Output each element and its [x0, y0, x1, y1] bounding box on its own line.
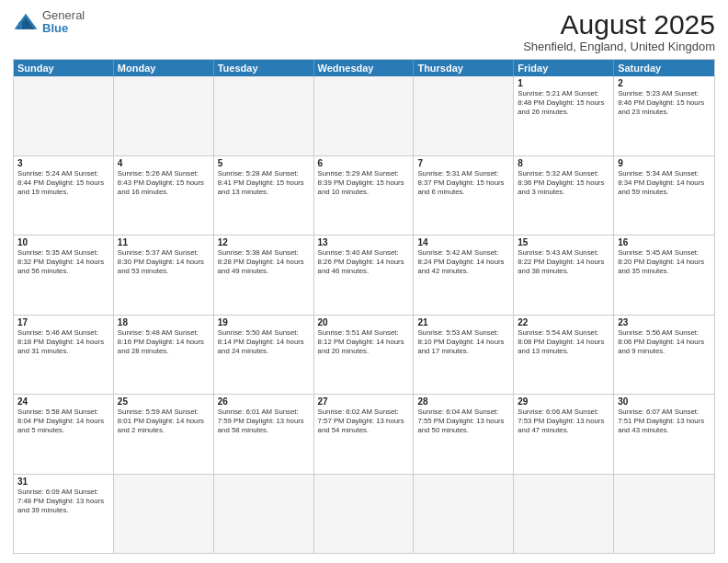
day-info: Sunrise: 5:50 AM Sunset: 8:14 PM Dayligh… — [218, 328, 310, 356]
day-cell-empty — [614, 475, 714, 554]
day-info: Sunrise: 5:26 AM Sunset: 8:43 PM Dayligh… — [118, 169, 210, 197]
day-cell-27: 27Sunrise: 6:02 AM Sunset: 7:57 PM Dayli… — [314, 395, 415, 474]
day-info: Sunrise: 5:54 AM Sunset: 8:08 PM Dayligh… — [518, 328, 609, 356]
day-number: 10 — [17, 237, 109, 247]
page: General Blue August 2025 Shenfield, Engl… — [0, 0, 728, 563]
day-info: Sunrise: 5:58 AM Sunset: 8:04 PM Dayligh… — [17, 408, 109, 435]
day-number: 29 — [518, 396, 609, 407]
day-number: 15 — [518, 237, 609, 247]
day-cell-29: 29Sunrise: 6:06 AM Sunset: 7:53 PM Dayli… — [514, 395, 614, 474]
logo-icon — [13, 12, 39, 32]
day-cell-17: 17Sunrise: 5:46 AM Sunset: 8:18 PM Dayli… — [14, 316, 114, 395]
day-number: 7 — [417, 158, 509, 168]
weekday-header-monday: Monday — [114, 60, 214, 76]
day-info: Sunrise: 5:31 AM Sunset: 8:37 PM Dayligh… — [417, 169, 509, 197]
day-cell-empty — [414, 475, 514, 554]
day-number: 25 — [118, 396, 210, 407]
day-cell-15: 15Sunrise: 5:43 AM Sunset: 8:22 PM Dayli… — [514, 236, 614, 315]
calendar-header: SundayMondayTuesdayWednesdayThursdayFrid… — [14, 60, 714, 76]
day-cell-empty — [214, 475, 314, 554]
day-number: 26 — [218, 396, 310, 407]
calendar-week-4: 17Sunrise: 5:46 AM Sunset: 8:18 PM Dayli… — [14, 316, 714, 396]
day-number: 4 — [118, 158, 210, 168]
day-cell-5: 5Sunrise: 5:28 AM Sunset: 8:41 PM Daylig… — [214, 156, 314, 236]
day-info: Sunrise: 5:28 AM Sunset: 8:41 PM Dayligh… — [218, 169, 310, 197]
day-number: 12 — [218, 237, 310, 247]
weekday-header-tuesday: Tuesday — [214, 60, 314, 76]
day-cell-21: 21Sunrise: 5:53 AM Sunset: 8:10 PM Dayli… — [414, 316, 514, 395]
day-info: Sunrise: 5:37 AM Sunset: 8:30 PM Dayligh… — [118, 248, 210, 276]
day-info: Sunrise: 6:09 AM Sunset: 7:48 PM Dayligh… — [17, 488, 109, 515]
day-cell-empty — [114, 76, 214, 155]
day-number: 5 — [218, 158, 310, 168]
day-info: Sunrise: 5:40 AM Sunset: 8:26 PM Dayligh… — [318, 248, 410, 276]
calendar-body: 1Sunrise: 5:21 AM Sunset: 8:48 PM Daylig… — [14, 76, 714, 553]
day-info: Sunrise: 5:29 AM Sunset: 8:39 PM Dayligh… — [318, 169, 410, 197]
day-cell-2: 2Sunrise: 5:23 AM Sunset: 8:46 PM Daylig… — [614, 76, 714, 155]
day-number: 6 — [318, 158, 410, 168]
day-number: 11 — [118, 237, 210, 247]
day-info: Sunrise: 6:01 AM Sunset: 7:59 PM Dayligh… — [218, 408, 310, 435]
day-info: Sunrise: 5:21 AM Sunset: 8:48 PM Dayligh… — [518, 89, 609, 117]
day-info: Sunrise: 5:35 AM Sunset: 8:32 PM Dayligh… — [17, 248, 109, 276]
day-number: 31 — [17, 477, 109, 487]
day-cell-26: 26Sunrise: 6:01 AM Sunset: 7:59 PM Dayli… — [214, 395, 314, 474]
weekday-header-saturday: Saturday — [614, 60, 714, 76]
day-cell-11: 11Sunrise: 5:37 AM Sunset: 8:30 PM Dayli… — [114, 236, 214, 315]
day-info: Sunrise: 5:59 AM Sunset: 8:01 PM Dayligh… — [118, 408, 210, 435]
calendar-week-1: 1Sunrise: 5:21 AM Sunset: 8:48 PM Daylig… — [14, 76, 714, 156]
day-info: Sunrise: 5:43 AM Sunset: 8:22 PM Dayligh… — [518, 248, 609, 276]
calendar-week-3: 10Sunrise: 5:35 AM Sunset: 8:32 PM Dayli… — [14, 236, 714, 316]
day-number: 9 — [618, 158, 711, 168]
day-info: Sunrise: 5:23 AM Sunset: 8:46 PM Dayligh… — [618, 89, 711, 117]
day-cell-23: 23Sunrise: 5:56 AM Sunset: 8:06 PM Dayli… — [614, 316, 714, 395]
day-cell-30: 30Sunrise: 6:07 AM Sunset: 7:51 PM Dayli… — [614, 395, 714, 474]
day-number: 1 — [518, 78, 609, 88]
day-number: 23 — [618, 317, 711, 327]
calendar-week-5: 24Sunrise: 5:58 AM Sunset: 8:04 PM Dayli… — [14, 395, 714, 475]
day-cell-3: 3Sunrise: 5:24 AM Sunset: 8:44 PM Daylig… — [14, 156, 114, 236]
day-info: Sunrise: 5:32 AM Sunset: 8:36 PM Dayligh… — [518, 169, 609, 197]
day-info: Sunrise: 6:02 AM Sunset: 7:57 PM Dayligh… — [318, 408, 410, 435]
subtitle: Shenfield, England, United Kingdom — [523, 40, 715, 53]
day-info: Sunrise: 6:07 AM Sunset: 7:51 PM Dayligh… — [618, 408, 711, 435]
day-cell-31: 31Sunrise: 6:09 AM Sunset: 7:48 PM Dayli… — [14, 475, 114, 554]
day-cell-16: 16Sunrise: 5:45 AM Sunset: 8:20 PM Dayli… — [614, 236, 714, 315]
calendar: SundayMondayTuesdayWednesdayThursdayFrid… — [13, 59, 715, 554]
logo-text: General Blue — [42, 9, 85, 36]
day-cell-empty — [314, 475, 415, 554]
day-cell-10: 10Sunrise: 5:35 AM Sunset: 8:32 PM Dayli… — [14, 236, 114, 315]
day-info: Sunrise: 5:46 AM Sunset: 8:18 PM Dayligh… — [17, 328, 109, 356]
svg-rect-2 — [18, 22, 22, 29]
day-cell-empty — [414, 76, 514, 155]
day-number: 2 — [618, 78, 711, 88]
day-number: 14 — [417, 237, 509, 247]
weekday-header-friday: Friday — [514, 60, 614, 76]
day-cell-28: 28Sunrise: 6:04 AM Sunset: 7:55 PM Dayli… — [414, 395, 514, 474]
weekday-header-sunday: Sunday — [14, 60, 114, 76]
day-info: Sunrise: 5:38 AM Sunset: 8:28 PM Dayligh… — [218, 248, 310, 276]
day-cell-20: 20Sunrise: 5:51 AM Sunset: 8:12 PM Dayli… — [314, 316, 415, 395]
day-cell-14: 14Sunrise: 5:42 AM Sunset: 8:24 PM Dayli… — [414, 236, 514, 315]
day-cell-19: 19Sunrise: 5:50 AM Sunset: 8:14 PM Dayli… — [214, 316, 314, 395]
day-number: 20 — [318, 317, 410, 327]
day-info: Sunrise: 5:51 AM Sunset: 8:12 PM Dayligh… — [318, 328, 410, 356]
day-info: Sunrise: 5:42 AM Sunset: 8:24 PM Dayligh… — [417, 248, 509, 276]
day-info: Sunrise: 5:53 AM Sunset: 8:10 PM Dayligh… — [417, 328, 509, 356]
logo: General Blue — [13, 9, 85, 36]
day-number: 30 — [618, 396, 711, 407]
logo-blue: Blue — [42, 22, 85, 35]
day-cell-6: 6Sunrise: 5:29 AM Sunset: 8:39 PM Daylig… — [314, 156, 415, 236]
day-cell-22: 22Sunrise: 5:54 AM Sunset: 8:08 PM Dayli… — [514, 316, 614, 395]
weekday-header-thursday: Thursday — [414, 60, 514, 76]
day-cell-empty — [14, 76, 114, 155]
day-cell-1: 1Sunrise: 5:21 AM Sunset: 8:48 PM Daylig… — [514, 76, 614, 155]
header: General Blue August 2025 Shenfield, Engl… — [13, 9, 715, 53]
day-cell-25: 25Sunrise: 5:59 AM Sunset: 8:01 PM Dayli… — [114, 395, 214, 474]
day-cell-empty — [314, 76, 415, 155]
day-cell-empty — [514, 475, 614, 554]
day-info: Sunrise: 5:45 AM Sunset: 8:20 PM Dayligh… — [618, 248, 711, 276]
day-info: Sunrise: 5:56 AM Sunset: 8:06 PM Dayligh… — [618, 328, 711, 356]
day-number: 19 — [218, 317, 310, 327]
day-info: Sunrise: 5:34 AM Sunset: 8:34 PM Dayligh… — [618, 169, 711, 197]
